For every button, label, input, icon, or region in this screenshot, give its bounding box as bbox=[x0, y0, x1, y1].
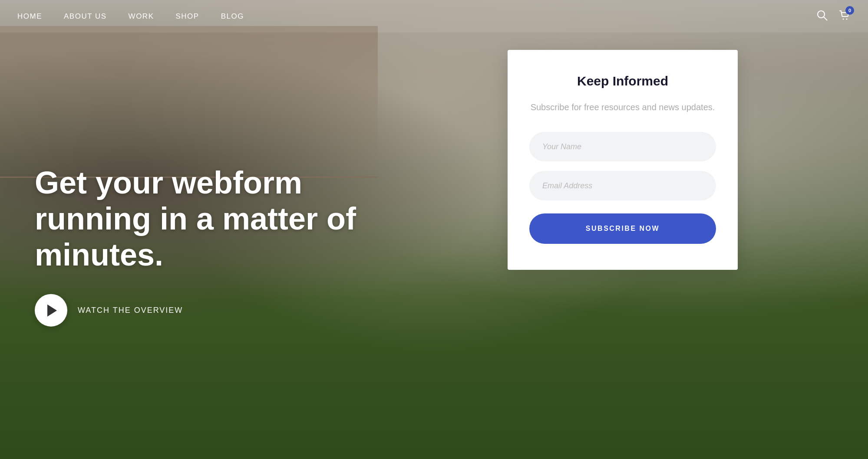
watch-overview-button[interactable]: WATCH THE OVERVIEW bbox=[35, 294, 391, 327]
main-nav: HOME ABOUT US WORK SHOP BLOG 0 bbox=[0, 0, 868, 33]
card-subtitle: Subscribe for free resources and news up… bbox=[529, 101, 716, 114]
svg-point-3 bbox=[846, 18, 848, 20]
cart-icon[interactable]: 0 bbox=[838, 10, 851, 23]
subscribe-button[interactable]: SUBSCRIBE NOW bbox=[529, 213, 716, 244]
nav-actions: 0 bbox=[816, 10, 851, 23]
nav-home[interactable]: HOME bbox=[17, 12, 42, 21]
hero-title: Get your webform running in a matter of … bbox=[35, 165, 391, 272]
cart-count: 0 bbox=[845, 6, 854, 15]
svg-line-1 bbox=[824, 17, 827, 20]
svg-point-0 bbox=[818, 11, 825, 18]
nav-links: HOME ABOUT US WORK SHOP BLOG bbox=[17, 12, 244, 21]
svg-point-2 bbox=[843, 18, 844, 20]
nav-work[interactable]: WORK bbox=[129, 12, 154, 21]
card-title: Keep Informed bbox=[529, 74, 716, 89]
hero-content: Get your webform running in a matter of … bbox=[35, 165, 391, 327]
search-icon[interactable] bbox=[816, 10, 828, 23]
nav-blog[interactable]: BLOG bbox=[221, 12, 244, 21]
bridge-decoration bbox=[0, 26, 378, 178]
nav-about[interactable]: ABOUT US bbox=[64, 12, 107, 21]
nav-shop[interactable]: SHOP bbox=[175, 12, 199, 21]
play-button[interactable] bbox=[35, 294, 67, 327]
email-input[interactable] bbox=[529, 171, 716, 200]
play-icon bbox=[47, 305, 57, 317]
subscribe-card: Keep Informed Subscribe for free resourc… bbox=[508, 50, 738, 270]
name-input[interactable] bbox=[529, 132, 716, 161]
watch-label: WATCH THE OVERVIEW bbox=[78, 306, 183, 315]
